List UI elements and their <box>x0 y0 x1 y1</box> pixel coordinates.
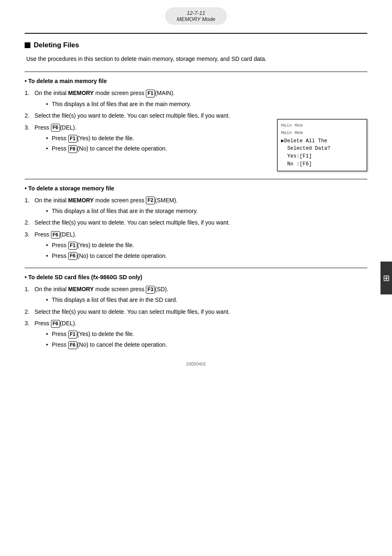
page-ref: 12-7-11 <box>187 10 205 16</box>
step3-bullets-storage: Press F1(Yes) to delete the file. Press … <box>46 241 367 260</box>
page-subtitle: MEMORY Mode <box>177 16 215 22</box>
bullet-yes-sd: Press F1(Yes) to delete the file. <box>46 329 367 338</box>
step-2-sd: 2. Select the file(s) you want to delete… <box>25 307 367 316</box>
top-divider <box>25 33 367 34</box>
step-3: 3. Press F6(DEL). Press F1(Yes) to delet… <box>25 123 367 171</box>
tab-icon: ⊞ <box>383 273 390 283</box>
key-f2-smem: F2 <box>146 197 155 204</box>
key-f6-no-main: F6 <box>68 145 77 153</box>
bullet-no-sd: Press F6(No) to cancel the delete operat… <box>46 340 367 349</box>
steps-main: 1. On the initial MEMORY mode screen pre… <box>25 88 367 171</box>
key-f6-no-storage: F6 <box>68 252 77 260</box>
step3-row: Press F6(DEL). Press F1(Yes) to delete t… <box>35 123 367 171</box>
step3-bullets-sd: Press F1(Yes) to delete the file. Press … <box>46 329 367 349</box>
bullet-yes-storage: Press F1(Yes) to delete the file. <box>46 241 367 250</box>
key-f1-yes-storage: F1 <box>68 242 77 250</box>
sub-divider-1 <box>25 72 367 72</box>
step3-text: Press F6(DEL). Press F1(Yes) to delete t… <box>35 123 269 155</box>
steps-sd: 1. On the initial MEMORY mode screen pre… <box>25 285 367 349</box>
step1-bullets-sd: This displays a list of files that are i… <box>46 295 367 304</box>
title-square <box>25 42 30 48</box>
screen-image: Main Mem ▶Delete All The Selected Data? … <box>277 119 367 171</box>
key-f6-del-main: F6 <box>51 124 60 132</box>
sub-divider-3 <box>25 268 367 268</box>
screen-box: Main Mem ▶Delete All The Selected Data? … <box>277 119 367 171</box>
step-1-storage: 1. On the initial MEMORY mode screen pre… <box>25 196 367 216</box>
screen-title: Main Mem <box>281 130 363 137</box>
step1-bullets-main: This displays a list of files that are i… <box>46 100 367 109</box>
step-1: 1. On the initial MEMORY mode screen pre… <box>25 88 367 109</box>
subsection-main-memory: To delete a main memory file 1. On the i… <box>25 78 367 171</box>
sub-divider-2 <box>25 179 367 179</box>
footer-code: 20050401 <box>186 361 206 366</box>
bullet-item: This displays a list of files that are i… <box>46 206 367 215</box>
bullet-item: This displays a list of files that are i… <box>46 100 367 109</box>
footer: 20050401 <box>25 357 367 371</box>
section-title: Deleting Files <box>25 41 367 49</box>
key-f1-yes-sd: F1 <box>68 331 77 338</box>
step-2-storage: 2. Select the file(s) you want to delete… <box>25 218 367 227</box>
subsection-title-main: To delete a main memory file <box>25 78 367 84</box>
intro-text: Use the procedures in this section to de… <box>26 54 367 63</box>
bullet-no-main: Press F6(No) to cancel the delete operat… <box>46 144 269 153</box>
key-f6-del-sd: F6 <box>51 320 60 328</box>
step-3-storage: 3. Press F6(DEL). Press F1(Yes) to delet… <box>25 230 367 260</box>
subsection-title-storage: To delete a storage memory file <box>25 185 367 192</box>
step-1-sd: 1. On the initial MEMORY mode screen pre… <box>25 285 367 305</box>
key-f6-no-sd: F6 <box>68 341 77 349</box>
step1-bullets-storage: This displays a list of files that are i… <box>46 206 367 215</box>
subsection-title-sd: To delete SD card files (fx-9860G SD onl… <box>25 274 367 280</box>
page-header: 12-7-11 MEMORY Mode <box>0 0 392 29</box>
step-3-sd: 3. Press F6(DEL). Press F1(Yes) to delet… <box>25 319 367 349</box>
bullet-item: This displays a list of files that are i… <box>46 295 367 304</box>
key-f1-yes-main: F1 <box>68 135 77 143</box>
key-f1-main: F1 <box>146 90 155 97</box>
bullet-yes-main: Press F1(Yes) to delete the file. <box>46 134 269 143</box>
subsection-sd-card: To delete SD card files (fx-9860G SD onl… <box>25 274 367 349</box>
step3-bullets-main: Press F1(Yes) to delete the file. Press … <box>46 134 269 153</box>
key-f3-sd: F3 <box>146 286 155 294</box>
screen-content: ▶Delete All The Selected Data? Yes:[F1] … <box>281 137 363 168</box>
steps-storage: 1. On the initial MEMORY mode screen pre… <box>25 196 367 260</box>
subsection-storage-memory: To delete a storage memory file 1. On th… <box>25 185 367 260</box>
right-tab: ⊞ <box>380 262 392 294</box>
key-f6-del-storage: F6 <box>51 231 60 239</box>
bullet-no-storage: Press F6(No) to cancel the delete operat… <box>46 251 367 260</box>
